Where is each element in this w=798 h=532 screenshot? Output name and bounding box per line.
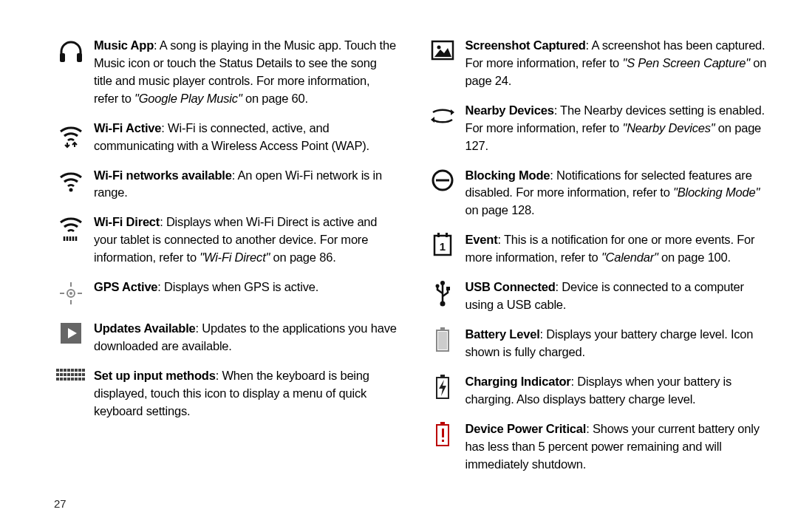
entry-text: Wi-Fi networks available: An open Wi-Fi … <box>94 167 398 202</box>
entry-title: Event <box>466 233 498 246</box>
svg-rect-58 <box>438 332 447 349</box>
svg-rect-17 <box>60 369 63 372</box>
svg-rect-34 <box>64 378 66 381</box>
charging-icon <box>420 373 466 401</box>
entry-text: Set up input methods: When the keyboard … <box>94 367 398 420</box>
svg-text:1: 1 <box>439 240 445 253</box>
entry-title: Nearby Devices <box>466 103 554 117</box>
entry-text: Wi-Fi Direct: Displays when Wi-Fi Direct… <box>94 214 398 267</box>
right-entry: Blocking Mode: Notifications for selecte… <box>420 167 769 220</box>
entry-ref: "Calendar" <box>601 250 658 264</box>
manual-page: Music App: A song is playing in the Musi… <box>0 0 798 532</box>
svg-rect-21 <box>75 369 78 372</box>
left-entry: GPS Active: Displays when GPS is active. <box>48 279 398 308</box>
entry-text: Blocking Mode: Notifications for selecte… <box>466 167 769 220</box>
entry-ref: "S Pen Screen Capture" <box>622 56 749 69</box>
wifi-available-icon <box>48 167 94 197</box>
entry-text: Screenshot Captured: A screenshot has be… <box>466 37 769 90</box>
svg-rect-49 <box>446 233 448 237</box>
right-entry: Nearby Devices: The Nearby devices setti… <box>420 102 769 155</box>
svg-rect-26 <box>64 373 66 376</box>
svg-point-53 <box>440 301 445 307</box>
svg-rect-37 <box>75 378 78 381</box>
entry-title: Battery Level <box>466 327 540 341</box>
svg-rect-0 <box>60 53 65 62</box>
entry-title: Screenshot Captured <box>466 38 586 52</box>
svg-rect-55 <box>446 287 450 290</box>
updates-icon <box>48 320 94 347</box>
svg-rect-36 <box>71 378 74 381</box>
svg-marker-42 <box>434 48 451 57</box>
left-entry: Wi-Fi Active: Wi-Fi is connected, active… <box>48 120 398 155</box>
right-entry: USB Connected: Device is connected to a … <box>420 279 769 314</box>
svg-rect-31 <box>82 373 85 376</box>
svg-rect-18 <box>64 369 66 372</box>
nearby-icon <box>420 102 466 130</box>
right-entry: Battery Level: Displays your battery cha… <box>420 326 769 361</box>
entry-text: Battery Level: Displays your battery cha… <box>466 326 769 361</box>
entry-ref-after: on page 128. <box>466 203 535 216</box>
entry-text: Event: This is a notification for one or… <box>466 231 769 267</box>
critical-icon <box>420 420 466 449</box>
svg-rect-29 <box>75 373 78 376</box>
wifi-active-icon <box>48 120 94 149</box>
svg-rect-35 <box>67 378 70 381</box>
page-number: 27 <box>48 497 398 510</box>
svg-rect-30 <box>78 373 81 376</box>
right-entry: 1Event: This is a notification for one o… <box>420 231 769 267</box>
entry-text: Nearby Devices: The Nearby devices setti… <box>466 102 769 155</box>
svg-rect-22 <box>78 369 81 372</box>
right-entry: Device Power Critical: Shows your curren… <box>420 420 769 474</box>
svg-marker-61 <box>439 380 446 396</box>
entry-text: Charging Indicator: Displays when your b… <box>466 373 769 409</box>
entry-text: USB Connected: Device is connected to a … <box>466 279 769 314</box>
svg-rect-65 <box>442 440 444 442</box>
entry-title: GPS Active <box>94 280 157 293</box>
entry-title: Set up input methods <box>94 369 216 382</box>
entry-ref-after: on page 86. <box>270 250 335 264</box>
entry-title: Device Power Critical <box>466 422 587 435</box>
headphones-icon <box>48 37 94 66</box>
svg-rect-32 <box>56 378 59 381</box>
keyboard-icon <box>48 367 94 386</box>
event-icon: 1 <box>420 231 466 258</box>
svg-point-9 <box>69 292 72 295</box>
entry-text: GPS Active: Displays when GPS is active. <box>94 279 398 296</box>
left-column: Music App: A song is playing in the Musi… <box>48 37 398 510</box>
svg-rect-64 <box>442 429 444 437</box>
svg-rect-48 <box>437 233 440 237</box>
svg-rect-33 <box>60 378 63 381</box>
entry-ref: "Blocking Mode" <box>673 185 760 199</box>
blocking-icon <box>420 167 466 194</box>
left-entry: Wi-Fi Direct: Displays when Wi-Fi Direct… <box>48 214 398 267</box>
entry-ref-after: on page 60. <box>242 92 308 105</box>
svg-rect-27 <box>67 373 70 376</box>
entry-text: Device Power Critical: Shows your curren… <box>466 420 769 474</box>
entry-title: USB Connected <box>466 280 556 293</box>
left-entry: Updates Available: Updates to the applic… <box>48 320 398 355</box>
entry-ref: "Google Play Music" <box>134 92 242 105</box>
usb-icon <box>420 279 466 308</box>
entry-ref: "Nearby Devices" <box>622 121 715 134</box>
svg-point-2 <box>69 188 73 191</box>
svg-rect-39 <box>82 378 85 381</box>
entry-title: Music App <box>94 38 154 52</box>
entry-text: Updates Available: Updates to the applic… <box>94 320 398 355</box>
entry-desc: : Displays when GPS is active. <box>157 280 318 293</box>
entry-title: Updates Available <box>94 321 196 335</box>
right-column: Screenshot Captured: A screenshot has be… <box>420 37 769 510</box>
svg-rect-19 <box>67 369 70 372</box>
entry-title: Wi-Fi Active <box>94 121 161 134</box>
svg-rect-1 <box>77 53 82 62</box>
svg-rect-38 <box>78 378 81 381</box>
wifi-direct-icon <box>48 214 94 243</box>
entry-ref-after: on page 100. <box>658 250 731 264</box>
svg-point-41 <box>437 46 440 50</box>
left-entry: Set up input methods: When the keyboard … <box>48 367 398 420</box>
right-entry: Charging Indicator: Displays when your b… <box>420 373 769 409</box>
gps-icon <box>48 279 94 308</box>
right-entry: Screenshot Captured: A screenshot has be… <box>420 37 769 90</box>
svg-rect-25 <box>60 373 63 376</box>
svg-rect-24 <box>56 373 59 376</box>
svg-marker-43 <box>451 109 454 115</box>
